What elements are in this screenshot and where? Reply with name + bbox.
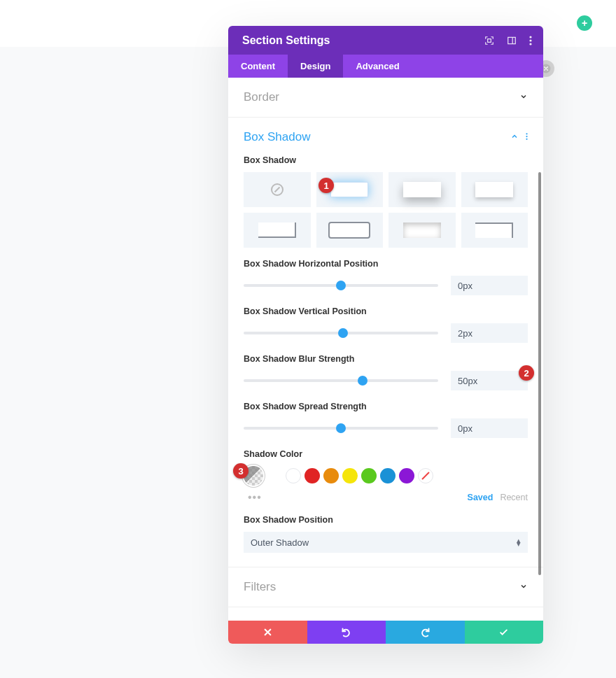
horizontal-position-slider[interactable] [244,284,438,287]
spread-strength-slider[interactable] [244,427,438,430]
section-settings-modal: Section Settings Content Design Advanced… [228,26,543,644]
field-label: Box Shadow Horizontal Position [244,259,528,269]
chevron-up-icon[interactable] [510,132,519,143]
more-colors-icon[interactable]: ••• [244,491,262,504]
field-label: Box Shadow Position [244,515,528,525]
svg-point-7 [526,133,527,134]
select-caret-icon: ▴▾ [517,539,521,546]
section-transform[interactable]: Transform [228,607,543,621]
field-label: Shadow Color [244,449,528,459]
color-tab-recent[interactable]: Recent [500,493,528,502]
color-swatch-orange[interactable] [323,468,339,483]
horizontal-position-value[interactable]: 0px [451,276,528,295]
section-border[interactable]: Border [228,78,543,118]
tab-design[interactable]: Design [288,55,343,78]
add-section-fab[interactable]: + [577,15,592,31]
section-title: Border [244,90,279,104]
color-swatch-white[interactable] [286,468,301,483]
field-label: Box Shadow Vertical Position [244,306,528,316]
color-tab-saved[interactable]: Saved [468,493,493,502]
field-label: Box Shadow Blur Strength [244,354,528,364]
section-more-icon[interactable] [526,132,528,143]
shadow-preset-none[interactable] [244,172,311,207]
shadow-preset-grid [244,172,528,248]
section-title: Transform [244,620,298,621]
save-button[interactable] [465,621,544,644]
panel-icon[interactable] [507,36,517,45]
redo-button[interactable] [386,621,465,644]
shadow-preset-drop-small[interactable] [461,172,528,207]
shadow-preset-drop-large[interactable] [388,172,456,207]
shadow-preset-inset[interactable] [388,213,456,248]
shadow-position-select[interactable]: Outer Shadow [244,532,528,553]
section-title: Filters [244,580,276,594]
none-icon [271,183,284,196]
shadow-preset-outline[interactable] [316,213,384,248]
svg-rect-1 [488,38,491,42]
tab-advanced[interactable]: Advanced [343,55,412,78]
modal-title: Section Settings [242,34,330,47]
color-swatch-blue[interactable] [380,468,396,483]
blur-strength-value[interactable]: 50px [451,371,528,390]
chevron-down-icon [519,582,528,593]
action-bar [228,621,543,644]
section-box-shadow: Box Shadow Box Shadow [228,118,543,567]
shadow-preset-glow[interactable] [316,172,384,207]
color-swatch-current[interactable] [244,466,263,486]
tab-content[interactable]: Content [228,55,288,78]
color-swatch-black[interactable] [267,468,282,483]
titlebar: Section Settings [228,26,543,55]
svg-rect-2 [508,37,516,43]
shadow-preset-top-right[interactable] [461,213,528,248]
chevron-down-icon [519,92,528,103]
color-swatch-purple[interactable] [399,468,414,483]
section-title: Box Shadow [244,130,310,144]
svg-point-5 [529,39,531,41]
more-icon[interactable] [529,36,532,45]
color-swatch-green[interactable] [361,468,377,483]
blur-strength-slider[interactable] [244,379,438,382]
scrollbar[interactable] [538,172,541,575]
tab-bar: Content Design Advanced [228,55,543,78]
undo-button[interactable] [307,621,386,644]
color-swatch-red[interactable] [304,468,320,483]
spread-strength-value[interactable]: 0px [451,418,528,438]
color-swatch-yellow[interactable] [342,468,358,483]
color-swatch-clear[interactable] [418,468,433,483]
svg-point-8 [526,136,527,137]
svg-point-9 [526,139,527,140]
field-label: Box Shadow [244,155,528,165]
vertical-position-slider[interactable] [244,332,438,334]
svg-point-4 [529,36,531,38]
settings-body[interactable]: Border Box Shadow [228,78,543,621]
expand-icon[interactable] [484,36,494,45]
field-label: Box Shadow Spread Strength [244,402,528,411]
color-swatch-row [244,466,528,486]
shadow-preset-bottom-right[interactable] [244,213,311,248]
svg-point-6 [529,43,531,45]
cancel-button[interactable] [228,621,307,644]
vertical-position-value[interactable]: 2px [451,323,528,343]
section-filters[interactable]: Filters [228,567,543,607]
